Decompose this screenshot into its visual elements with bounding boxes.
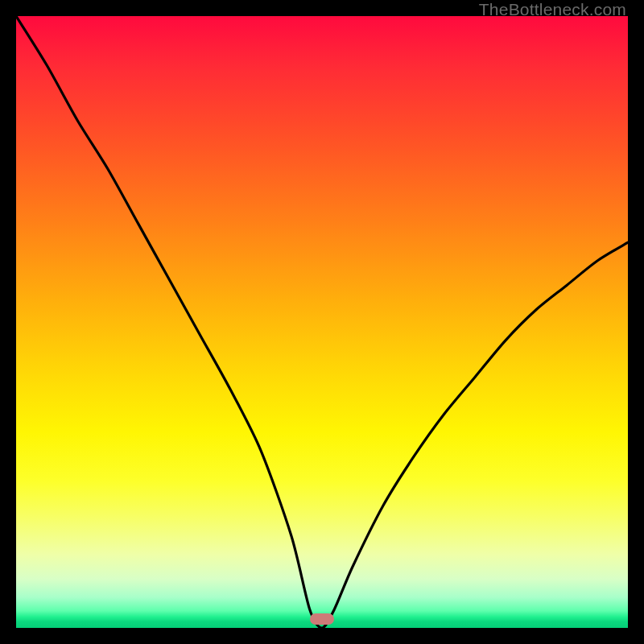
chart-frame: TheBottleneck.com (0, 0, 644, 644)
plot-area (16, 16, 628, 628)
min-marker (310, 613, 334, 625)
bottleneck-curve (16, 16, 628, 628)
